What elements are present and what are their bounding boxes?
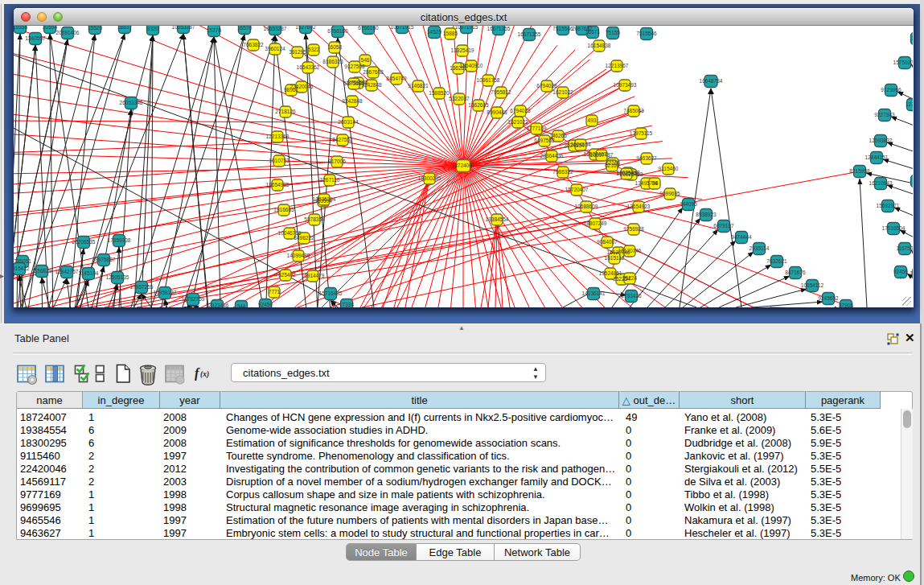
svg-text:5322: 5322 <box>308 47 320 52</box>
svg-text:10688609: 10688609 <box>575 204 598 209</box>
svg-text:17359938: 17359938 <box>108 237 131 243</box>
svg-text:15692971: 15692971 <box>877 203 900 208</box>
svg-text:7663822: 7663822 <box>243 42 264 47</box>
svg-text:87906: 87906 <box>839 303 853 307</box>
svg-text:18807249: 18807249 <box>584 220 607 226</box>
svg-text:39975887: 39975887 <box>92 257 116 262</box>
svg-text:1621022: 1621022 <box>507 119 528 125</box>
svg-text:9320: 9320 <box>147 26 159 31</box>
svg-text:3624554: 3624554 <box>570 142 591 147</box>
svg-text:7771: 7771 <box>269 289 281 295</box>
svg-text:17334: 17334 <box>339 302 354 307</box>
svg-text:1362615: 1362615 <box>468 102 489 108</box>
svg-text:9242848: 9242848 <box>361 82 382 88</box>
svg-text:92450: 92450 <box>893 269 908 274</box>
svg-text:16648784: 16648784 <box>700 78 723 84</box>
svg-text:84: 84 <box>651 180 658 186</box>
svg-text:9474444: 9474444 <box>731 234 752 240</box>
svg-text:1588520: 1588520 <box>429 90 450 96</box>
svg-text:9777169: 9777169 <box>526 126 547 131</box>
svg-text:12923446: 12923446 <box>206 303 229 307</box>
svg-text:8990448: 8990448 <box>487 109 507 115</box>
svg-text:12093832: 12093832 <box>869 138 893 143</box>
svg-text:546: 546 <box>361 57 370 63</box>
svg-text:8938923: 8938923 <box>696 212 717 217</box>
svg-text:16570: 16570 <box>237 26 252 31</box>
svg-text:136261: 136261 <box>450 65 467 71</box>
svg-text:6679197: 6679197 <box>713 223 734 229</box>
svg-text:7955812: 7955812 <box>491 89 511 95</box>
svg-text:14099488: 14099488 <box>287 253 310 258</box>
svg-text:7625402: 7625402 <box>275 272 296 278</box>
svg-text:9146821: 9146821 <box>408 83 429 89</box>
svg-text:10653287: 10653287 <box>172 26 195 30</box>
svg-text:14136141: 14136141 <box>582 290 606 296</box>
svg-text:8215958: 8215958 <box>849 168 870 174</box>
svg-text:8454749: 8454749 <box>386 76 407 81</box>
svg-text:1145194: 1145194 <box>79 270 99 276</box>
svg-text:15276: 15276 <box>207 27 221 33</box>
svg-text:7632621: 7632621 <box>766 258 787 264</box>
svg-text:9245652: 9245652 <box>818 295 839 301</box>
svg-text:10973493: 10973493 <box>614 82 637 88</box>
svg-text:9242848: 9242848 <box>342 98 363 104</box>
svg-text:1340557: 1340557 <box>25 35 46 41</box>
svg-text:1002545: 1002545 <box>616 171 637 176</box>
svg-text:12505135: 12505135 <box>106 274 129 280</box>
svg-text:17016504: 17016504 <box>882 225 906 231</box>
svg-text:18724007: 18724007 <box>452 163 475 168</box>
svg-text:1621022: 1621022 <box>552 89 573 95</box>
svg-text:f: f <box>195 366 200 381</box>
svg-text:26053346: 26053346 <box>120 100 143 105</box>
svg-text:16210643: 16210643 <box>869 180 893 186</box>
svg-text:10807487: 10807487 <box>590 152 614 158</box>
svg-text:9756928: 9756928 <box>623 226 644 232</box>
svg-text:1010753: 1010753 <box>269 158 290 163</box>
svg-text:9699695: 9699695 <box>659 191 680 196</box>
svg-text:9115460: 9115460 <box>659 166 679 171</box>
svg-text:116753: 116753 <box>896 245 913 251</box>
svg-text:6794028: 6794028 <box>536 83 557 89</box>
svg-text:15720407: 15720407 <box>565 187 589 192</box>
svg-text:2867608: 2867608 <box>363 69 384 75</box>
svg-text:9129966: 9129966 <box>881 87 901 93</box>
svg-text:8427552: 8427552 <box>332 137 353 142</box>
svg-text:20364436: 20364436 <box>540 153 564 159</box>
svg-text:335061: 335061 <box>14 258 31 264</box>
svg-text:10958137: 10958137 <box>154 290 177 295</box>
svg-text:16154838: 16154838 <box>588 43 611 48</box>
svg-text:14529: 14529 <box>427 29 441 35</box>
svg-text:9227343: 9227343 <box>874 112 895 117</box>
svg-text:12213369: 12213369 <box>266 134 290 139</box>
svg-text:391295: 391295 <box>289 49 306 55</box>
svg-text:144095: 144095 <box>680 201 697 207</box>
svg-text:15716485: 15716485 <box>319 290 343 296</box>
svg-text:2718126: 2718126 <box>275 109 296 114</box>
svg-text:10671915: 10671915 <box>391 26 414 30</box>
svg-text:7515546: 7515546 <box>552 26 573 31</box>
svg-text:(x): (x) <box>200 370 209 379</box>
svg-text:15751074: 15751074 <box>893 60 913 65</box>
svg-text:12213967: 12213967 <box>606 63 629 68</box>
svg-text:1112: 1112 <box>911 35 913 41</box>
svg-text:92450: 92450 <box>258 302 273 307</box>
svg-text:13325419: 13325419 <box>451 47 474 53</box>
svg-text:12942757: 12942757 <box>55 269 79 274</box>
svg-text:75155: 75155 <box>606 30 620 35</box>
svg-text:120403: 120403 <box>910 270 913 276</box>
svg-text:5878354: 5878354 <box>304 216 325 222</box>
svg-text:16671355: 16671355 <box>487 26 511 31</box>
svg-text:20691406: 20691406 <box>56 30 80 35</box>
svg-text:917006: 917006 <box>328 159 346 164</box>
svg-text:10653287: 10653287 <box>264 26 287 31</box>
svg-text:9084067: 9084067 <box>597 239 618 245</box>
svg-text:7485063: 7485063 <box>623 108 644 113</box>
svg-text:25224: 25224 <box>622 275 637 281</box>
svg-text:17957255: 17957255 <box>130 284 154 290</box>
svg-text:7515546: 7515546 <box>636 31 657 36</box>
svg-text:10654112: 10654112 <box>801 282 824 288</box>
svg-text:6766160: 6766160 <box>358 26 379 31</box>
svg-text:13975115: 13975115 <box>630 130 653 136</box>
svg-text:1156829: 1156829 <box>32 268 52 274</box>
svg-text:16058: 16058 <box>327 44 342 50</box>
